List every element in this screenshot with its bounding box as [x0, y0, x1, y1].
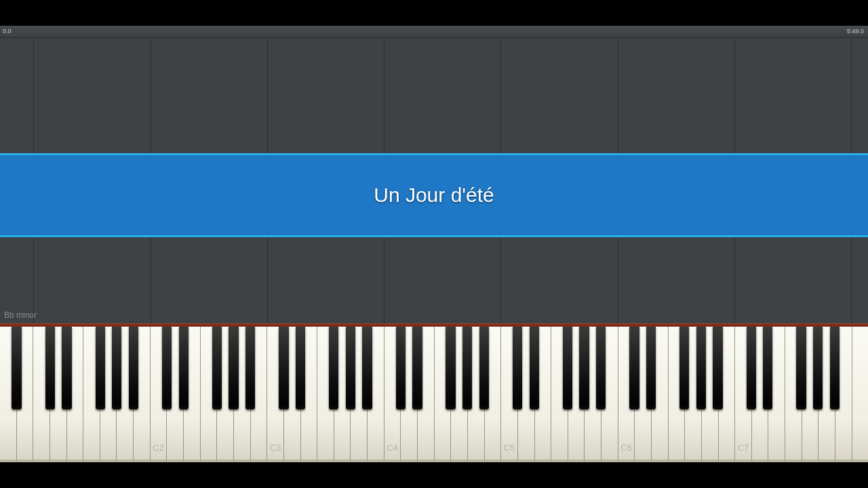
black-key[interactable] — [245, 327, 255, 409]
c-key-label: C3 — [267, 443, 283, 453]
black-key[interactable] — [129, 327, 138, 409]
black-key[interactable] — [212, 327, 222, 409]
black-key[interactable] — [646, 327, 656, 409]
black-key[interactable] — [713, 327, 722, 409]
black-key[interactable] — [513, 327, 522, 409]
black-key[interactable] — [412, 327, 422, 409]
black-key[interactable] — [696, 327, 706, 409]
black-key[interactable] — [796, 327, 806, 409]
song-title: Un Jour d'été — [374, 184, 494, 207]
c-key-label: C5 — [501, 443, 517, 453]
black-key[interactable] — [346, 327, 355, 409]
black-key[interactable] — [45, 327, 55, 409]
c-key-label: C7 — [735, 443, 751, 453]
black-key[interactable] — [12, 327, 21, 409]
black-key[interactable] — [813, 327, 823, 409]
black-key[interactable] — [112, 327, 121, 409]
black-key[interactable] — [563, 327, 572, 409]
timeline-start-time: 0.0 — [3, 28, 12, 35]
c-key-label: C4 — [384, 443, 401, 453]
black-key[interactable] — [679, 327, 689, 409]
black-key[interactable] — [763, 327, 772, 409]
black-key[interactable] — [629, 327, 639, 409]
white-key[interactable] — [852, 327, 868, 462]
black-key[interactable] — [530, 327, 539, 409]
note-roll: Un Jour d'été — [0, 38, 868, 323]
piano-keyboard[interactable]: C2C3C4C5C6C7 — [0, 327, 868, 462]
black-key[interactable] — [596, 327, 606, 409]
key-signature-label: Bb minor — [4, 310, 37, 320]
timeline-scrubber[interactable]: 0.0 5:49.0 — [0, 26, 868, 38]
black-key[interactable] — [329, 327, 338, 409]
black-key[interactable] — [396, 327, 406, 409]
black-key[interactable] — [62, 327, 71, 409]
black-key[interactable] — [96, 327, 105, 409]
black-key[interactable] — [229, 327, 238, 409]
black-key[interactable] — [279, 327, 288, 409]
black-key[interactable] — [747, 327, 756, 409]
c-key-label: C6 — [618, 443, 635, 453]
song-title-banner: Un Jour d'été — [0, 153, 868, 237]
synthesia-stage: 0.0 5:49.0 Un Jour d'été Bb minor C2C3C4… — [0, 26, 868, 462]
black-key[interactable] — [296, 327, 305, 409]
black-key[interactable] — [830, 327, 840, 409]
black-key[interactable] — [479, 327, 489, 409]
black-key[interactable] — [179, 327, 189, 409]
black-key[interactable] — [462, 327, 472, 409]
black-key[interactable] — [579, 327, 589, 409]
black-key[interactable] — [446, 327, 455, 409]
black-key[interactable] — [162, 327, 172, 409]
c-key-label: C2 — [151, 443, 167, 453]
timeline-end-time: 5:49.0 — [847, 28, 864, 35]
black-key[interactable] — [362, 327, 372, 409]
